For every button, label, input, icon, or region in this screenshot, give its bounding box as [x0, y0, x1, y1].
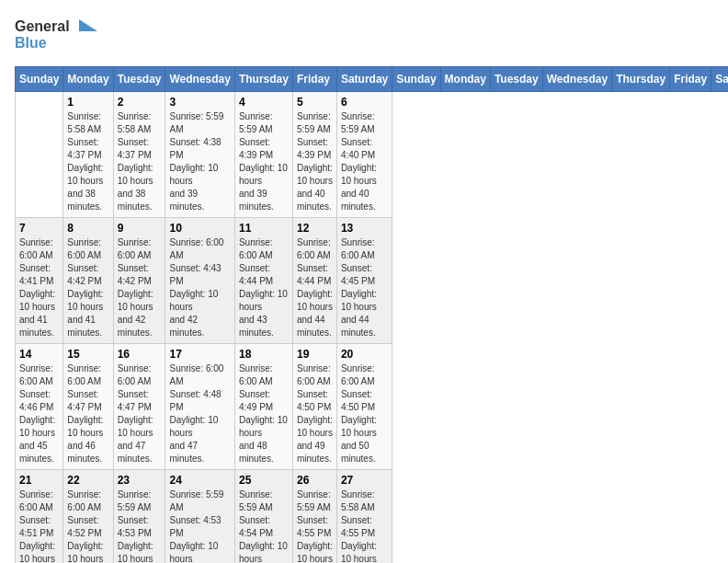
day-info: Sunrise: 6:00 AM Sunset: 4:52 PM Dayligh…	[67, 488, 108, 563]
calendar-cell: 17Sunrise: 6:00 AM Sunset: 4:48 PM Dayli…	[165, 344, 234, 470]
day-info: Sunrise: 5:59 AM Sunset: 4:38 PM Dayligh…	[169, 110, 230, 213]
day-number: 4	[239, 96, 289, 109]
header-saturday: Saturday	[336, 67, 392, 92]
calendar-cell: 4Sunrise: 5:59 AM Sunset: 4:39 PM Daylig…	[234, 92, 292, 218]
day-info: Sunrise: 5:58 AM Sunset: 4:37 PM Dayligh…	[67, 110, 108, 213]
day-info: Sunrise: 6:00 AM Sunset: 4:42 PM Dayligh…	[67, 236, 108, 339]
header-thursday: Thursday	[234, 67, 292, 92]
calendar-cell: 25Sunrise: 5:59 AM Sunset: 4:54 PM Dayli…	[234, 470, 292, 564]
day-info: Sunrise: 6:00 AM Sunset: 4:41 PM Dayligh…	[19, 236, 59, 339]
calendar-cell: 13Sunrise: 6:00 AM Sunset: 4:45 PM Dayli…	[336, 218, 392, 344]
header-friday: Friday	[292, 67, 336, 92]
header-day-monday: Monday	[440, 67, 490, 92]
day-info: Sunrise: 6:00 AM Sunset: 4:47 PM Dayligh…	[67, 362, 108, 465]
logo: GeneralBlue	[15, 15, 107, 55]
calendar-cell: 12Sunrise: 6:00 AM Sunset: 4:44 PM Dayli…	[292, 218, 336, 344]
day-number: 24	[169, 474, 230, 487]
day-info: Sunrise: 5:59 AM Sunset: 4:54 PM Dayligh…	[239, 488, 289, 563]
day-number: 7	[19, 222, 59, 235]
calendar-cell: 11Sunrise: 6:00 AM Sunset: 4:44 PM Dayli…	[234, 218, 292, 344]
day-number: 11	[239, 222, 289, 235]
header-day-thursday: Thursday	[612, 67, 670, 92]
day-info: Sunrise: 5:59 AM Sunset: 4:39 PM Dayligh…	[297, 110, 333, 213]
day-info: Sunrise: 5:59 AM Sunset: 4:39 PM Dayligh…	[239, 110, 289, 213]
day-number: 5	[297, 96, 333, 109]
calendar-cell: 3Sunrise: 5:59 AM Sunset: 4:38 PM Daylig…	[165, 92, 234, 218]
header-wednesday: Wednesday	[165, 67, 234, 92]
calendar-cell: 5Sunrise: 5:59 AM Sunset: 4:39 PM Daylig…	[292, 92, 336, 218]
calendar-cell: 2Sunrise: 5:58 AM Sunset: 4:37 PM Daylig…	[113, 92, 165, 218]
day-number: 25	[239, 474, 289, 487]
day-number: 16	[118, 348, 162, 361]
day-number: 10	[169, 222, 230, 235]
header-sunday: Sunday	[16, 67, 63, 92]
calendar-cell: 14Sunrise: 6:00 AM Sunset: 4:46 PM Dayli…	[16, 344, 63, 470]
day-info: Sunrise: 6:00 AM Sunset: 4:50 PM Dayligh…	[341, 362, 388, 465]
header-day-sunday: Sunday	[392, 67, 440, 92]
day-number: 20	[341, 348, 388, 361]
page-header: GeneralBlue	[15, 15, 713, 55]
day-number: 17	[169, 348, 230, 361]
calendar-cell: 20Sunrise: 6:00 AM Sunset: 4:50 PM Dayli…	[336, 344, 392, 470]
day-info: Sunrise: 5:59 AM Sunset: 4:55 PM Dayligh…	[297, 488, 333, 563]
calendar-cell	[16, 92, 63, 218]
day-number: 2	[118, 96, 162, 109]
calendar-cell: 9Sunrise: 6:00 AM Sunset: 4:42 PM Daylig…	[113, 218, 165, 344]
day-number: 19	[297, 348, 333, 361]
header-monday: Monday	[63, 67, 113, 92]
calendar-cell: 23Sunrise: 5:59 AM Sunset: 4:53 PM Dayli…	[113, 470, 165, 564]
day-info: Sunrise: 5:59 AM Sunset: 4:53 PM Dayligh…	[118, 488, 162, 563]
calendar-cell: 27Sunrise: 5:58 AM Sunset: 4:55 PM Dayli…	[336, 470, 392, 564]
calendar-cell: 7Sunrise: 6:00 AM Sunset: 4:41 PM Daylig…	[16, 218, 63, 344]
day-number: 26	[297, 474, 333, 487]
svg-marker-2	[79, 19, 97, 31]
day-number: 3	[169, 96, 230, 109]
day-info: Sunrise: 6:00 AM Sunset: 4:49 PM Dayligh…	[239, 362, 289, 465]
day-number: 14	[19, 348, 59, 361]
day-number: 18	[239, 348, 289, 361]
header-tuesday: Tuesday	[113, 67, 165, 92]
calendar-week-row: 1Sunrise: 5:58 AM Sunset: 4:37 PM Daylig…	[16, 92, 729, 218]
calendar-cell: 19Sunrise: 6:00 AM Sunset: 4:50 PM Dayli…	[292, 344, 336, 470]
day-number: 22	[67, 474, 108, 487]
day-info: Sunrise: 5:59 AM Sunset: 4:53 PM Dayligh…	[169, 488, 230, 563]
calendar-cell: 21Sunrise: 6:00 AM Sunset: 4:51 PM Dayli…	[16, 470, 63, 564]
header-day-friday: Friday	[670, 67, 711, 92]
calendar-cell: 16Sunrise: 6:00 AM Sunset: 4:47 PM Dayli…	[113, 344, 165, 470]
calendar-cell: 15Sunrise: 6:00 AM Sunset: 4:47 PM Dayli…	[63, 344, 113, 470]
svg-text:Blue: Blue	[15, 35, 47, 51]
day-number: 1	[67, 96, 108, 109]
logo-svg: GeneralBlue	[15, 15, 107, 55]
calendar-cell: 18Sunrise: 6:00 AM Sunset: 4:49 PM Dayli…	[234, 344, 292, 470]
day-number: 8	[67, 222, 108, 235]
calendar-week-row: 7Sunrise: 6:00 AM Sunset: 4:41 PM Daylig…	[16, 218, 729, 344]
day-number: 13	[341, 222, 388, 235]
calendar-week-row: 21Sunrise: 6:00 AM Sunset: 4:51 PM Dayli…	[16, 470, 729, 564]
day-info: Sunrise: 6:00 AM Sunset: 4:51 PM Dayligh…	[19, 488, 59, 563]
day-number: 9	[118, 222, 162, 235]
day-number: 12	[297, 222, 333, 235]
day-number: 27	[341, 474, 388, 487]
calendar-cell: 1Sunrise: 5:58 AM Sunset: 4:37 PM Daylig…	[63, 92, 113, 218]
svg-text:General: General	[15, 18, 70, 34]
day-info: Sunrise: 6:00 AM Sunset: 4:48 PM Dayligh…	[169, 362, 230, 465]
day-info: Sunrise: 6:00 AM Sunset: 4:43 PM Dayligh…	[169, 236, 230, 339]
day-number: 23	[118, 474, 162, 487]
calendar-header-row: SundayMondayTuesdayWednesdayThursdayFrid…	[16, 67, 729, 92]
header-day-tuesday: Tuesday	[490, 67, 542, 92]
header-day-wednesday: Wednesday	[542, 67, 611, 92]
day-number: 15	[67, 348, 108, 361]
calendar-table: SundayMondayTuesdayWednesdayThursdayFrid…	[15, 66, 728, 563]
day-info: Sunrise: 6:00 AM Sunset: 4:47 PM Dayligh…	[118, 362, 162, 465]
day-info: Sunrise: 5:59 AM Sunset: 4:40 PM Dayligh…	[341, 110, 388, 213]
day-info: Sunrise: 6:00 AM Sunset: 4:45 PM Dayligh…	[341, 236, 388, 339]
calendar-cell: 8Sunrise: 6:00 AM Sunset: 4:42 PM Daylig…	[63, 218, 113, 344]
calendar-cell: 24Sunrise: 5:59 AM Sunset: 4:53 PM Dayli…	[165, 470, 234, 564]
calendar-cell: 26Sunrise: 5:59 AM Sunset: 4:55 PM Dayli…	[292, 470, 336, 564]
calendar-cell: 22Sunrise: 6:00 AM Sunset: 4:52 PM Dayli…	[63, 470, 113, 564]
day-number: 21	[19, 474, 59, 487]
calendar-cell: 10Sunrise: 6:00 AM Sunset: 4:43 PM Dayli…	[165, 218, 234, 344]
calendar-week-row: 14Sunrise: 6:00 AM Sunset: 4:46 PM Dayli…	[16, 344, 729, 470]
day-info: Sunrise: 6:00 AM Sunset: 4:42 PM Dayligh…	[118, 236, 162, 339]
day-info: Sunrise: 5:58 AM Sunset: 4:55 PM Dayligh…	[341, 488, 388, 563]
